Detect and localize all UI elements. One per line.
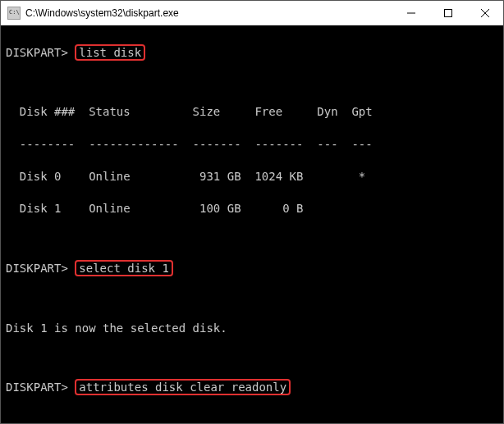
window-title: C:\Windows\system32\diskpart.exe [25, 7, 392, 19]
table-header: Disk ### Status Size Free Dyn Gpt [6, 104, 498, 121]
close-button[interactable] [466, 1, 503, 25]
svg-rect-1 [444, 9, 451, 16]
prompt: DISKPART> [6, 262, 68, 275]
app-icon [7, 7, 21, 20]
prompt: DISKPART> [6, 46, 68, 59]
output-selected: Disk 1 is now the selected disk. [6, 321, 498, 337]
table-row: Disk 1 Online 100 GB 0 B [6, 201, 498, 217]
table-divider: -------- ------------- ------- ------- -… [6, 137, 498, 153]
maximize-button[interactable] [429, 1, 466, 25]
table-row: Disk 0 Online 931 GB 1024 KB * [6, 169, 498, 185]
window-frame: C:\Windows\system32\diskpart.exe DISKPAR… [0, 0, 504, 424]
cmd-attributes: attributes disk clear readonly [75, 379, 291, 395]
window-controls [392, 1, 503, 25]
minimize-button[interactable] [392, 1, 429, 25]
terminal-body[interactable]: DISKPART> list disk Disk ### Status Size… [1, 25, 503, 423]
cmd-select-disk: select disk 1 [75, 260, 173, 276]
titlebar[interactable]: C:\Windows\system32\diskpart.exe [1, 1, 503, 25]
prompt: DISKPART> [6, 381, 68, 394]
cmd-list-disk: list disk [75, 44, 145, 61]
